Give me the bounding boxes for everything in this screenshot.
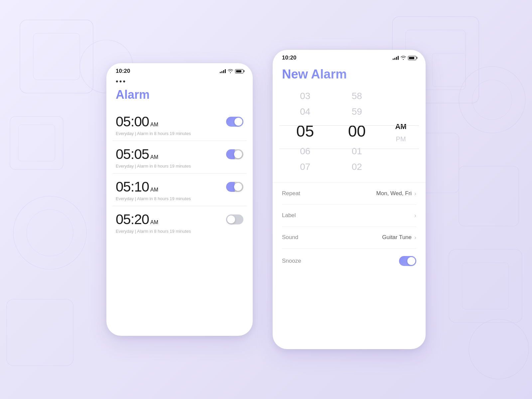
minute-02[interactable]: 02	[331, 159, 383, 175]
svg-rect-14	[459, 166, 519, 226]
phones-container: 10:20 ••• Alarm	[106, 50, 426, 349]
alarm-item-2-top: 05:05 AM	[116, 146, 243, 162]
ampm-spacer-3	[383, 145, 419, 148]
right-signal-icon	[393, 56, 399, 60]
alarm-item-3-top: 05:10 AM	[116, 179, 243, 195]
alarm-4-toggle[interactable]	[226, 214, 243, 224]
setting-label-label: Label	[282, 212, 296, 219]
alarm-1-toggle-thumb	[234, 118, 242, 126]
new-alarm-title: New Alarm	[273, 64, 426, 88]
alarm-1-time: 05:00 AM	[116, 114, 158, 130]
alarm-2-toggle-thumb	[234, 150, 242, 158]
time-picker[interactable]: 03 04 05 06 07 58 59 00 01 02 AM PM	[273, 88, 426, 183]
minute-59[interactable]: 59	[331, 104, 383, 119]
left-status-bar: 10:20	[106, 63, 253, 77]
setting-sound-value: Guitar Tune	[382, 234, 412, 241]
alarm-list: 05:00 AM Everyday | Alarm in 8 hours 19 …	[106, 108, 253, 238]
setting-sound-chevron-icon: ›	[414, 234, 416, 241]
hour-07[interactable]: 07	[279, 159, 331, 175]
alarm-item-4-top: 05:20 AM	[116, 211, 243, 227]
alarm-2-subtitle: Everyday | Alarm in 8 hours 19 minutes	[116, 164, 243, 169]
ampm-pm[interactable]: PM	[383, 133, 419, 145]
setting-snooze-label: Snooze	[282, 258, 301, 264]
svg-rect-0	[20, 20, 93, 93]
alarm-3-subtitle: Everyday | Alarm in 8 hours 19 minutes	[116, 196, 243, 201]
minute-00-selected[interactable]: 00	[331, 119, 383, 143]
battery-icon	[235, 69, 243, 73]
svg-point-6	[27, 209, 73, 256]
hours-picker-col[interactable]: 03 04 05 06 07	[279, 88, 331, 175]
alarm-item-2: 05:05 AM Everyday | Alarm in 8 hours 19 …	[112, 141, 247, 174]
right-status-bar: 10:20	[273, 50, 426, 64]
alarm-2-toggle[interactable]	[226, 149, 243, 159]
alarm-item-1-top: 05:00 AM	[116, 114, 243, 130]
setting-repeat-value: Mon, Wed, Fri	[376, 190, 412, 197]
setting-sound-label: Sound	[282, 234, 298, 241]
signal-icon	[220, 69, 226, 73]
alarm-3-toggle-thumb	[234, 183, 242, 191]
alarm-item-3: 05:10 AM Everyday | Alarm in 8 hours 19 …	[112, 174, 247, 206]
hour-06[interactable]: 06	[279, 143, 331, 159]
right-status-time: 10:20	[282, 55, 296, 61]
svg-rect-4	[18, 125, 55, 161]
alarm-3-ampm: AM	[150, 187, 158, 193]
svg-point-12	[472, 80, 512, 120]
hour-04[interactable]: 04	[279, 104, 331, 119]
setting-repeat-value-group: Mon, Wed, Fri ›	[376, 190, 416, 197]
svg-rect-15	[449, 249, 522, 323]
minute-01[interactable]: 01	[331, 143, 383, 159]
left-phone: 10:20 ••• Alarm	[106, 63, 253, 336]
alarm-1-subtitle: Everyday | Alarm in 8 hours 19 minutes	[116, 131, 243, 136]
setting-repeat-label: Repeat	[282, 190, 300, 197]
alarm-4-subtitle: Everyday | Alarm in 8 hours 19 minutes	[116, 229, 243, 234]
alarm-3-toggle[interactable]	[226, 182, 243, 192]
alarm-2-time: 05:05 AM	[116, 146, 158, 162]
minute-58[interactable]: 58	[331, 88, 383, 104]
setting-label-chevron-icon: ›	[414, 212, 416, 219]
alarm-item-1: 05:00 AM Everyday | Alarm in 8 hours 19 …	[112, 108, 247, 141]
alarm-3-time: 05:10 AM	[116, 179, 158, 195]
wifi-icon	[228, 69, 233, 73]
setting-sound-value-group: Guitar Tune ›	[382, 234, 416, 241]
right-status-icons	[393, 56, 416, 60]
svg-point-5	[13, 196, 86, 269]
alarm-4-ampm: AM	[150, 219, 158, 225]
minutes-picker-col[interactable]: 58 59 00 01 02	[331, 88, 383, 175]
menu-dots[interactable]: •••	[106, 77, 253, 86]
svg-point-11	[459, 66, 525, 133]
alarm-2-hour: 05:05	[116, 146, 149, 162]
alarm-1-ampm: AM	[150, 122, 158, 128]
left-status-icons	[220, 69, 243, 73]
setting-repeat[interactable]: Repeat Mon, Wed, Fri ›	[282, 183, 416, 205]
snooze-toggle[interactable]	[399, 256, 416, 266]
svg-rect-3	[10, 116, 63, 170]
svg-rect-7	[7, 299, 73, 366]
alarm-1-toggle[interactable]	[226, 117, 243, 127]
alarm-1-hour: 05:00	[116, 114, 149, 130]
alarm-4-hour: 05:20	[116, 211, 149, 227]
svg-rect-1	[33, 33, 80, 80]
left-status-time: 10:20	[116, 68, 130, 74]
setting-sound[interactable]: Sound Guitar Tune ›	[282, 227, 416, 249]
alarm-4-time: 05:20 AM	[116, 211, 158, 227]
ampm-am-selected[interactable]: AM	[383, 120, 419, 133]
hour-03[interactable]: 03	[279, 88, 331, 104]
alarm-4-toggle-thumb	[227, 215, 235, 223]
settings-list: Repeat Mon, Wed, Fri › Label › Sound Gui…	[273, 183, 426, 273]
ampm-spacer-2	[383, 118, 419, 120]
setting-label-value-group: ›	[412, 212, 416, 219]
setting-snooze: Snooze	[282, 249, 416, 273]
alarm-list-title: Alarm	[106, 88, 253, 102]
ampm-picker-col[interactable]: AM PM	[383, 115, 419, 148]
svg-rect-10	[432, 53, 466, 86]
alarm-3-hour: 05:10	[116, 179, 149, 195]
ampm-spacer-1	[383, 115, 419, 118]
svg-point-17	[469, 319, 529, 379]
alarm-2-ampm: AM	[150, 154, 158, 160]
svg-rect-16	[462, 263, 509, 309]
setting-repeat-chevron-icon: ›	[414, 190, 416, 197]
alarm-item-4: 05:20 AM Everyday | Alarm in 8 hours 19 …	[112, 206, 247, 238]
right-battery-icon	[408, 56, 416, 60]
hour-05-selected[interactable]: 05	[279, 119, 331, 143]
setting-label-row[interactable]: Label ›	[282, 205, 416, 227]
